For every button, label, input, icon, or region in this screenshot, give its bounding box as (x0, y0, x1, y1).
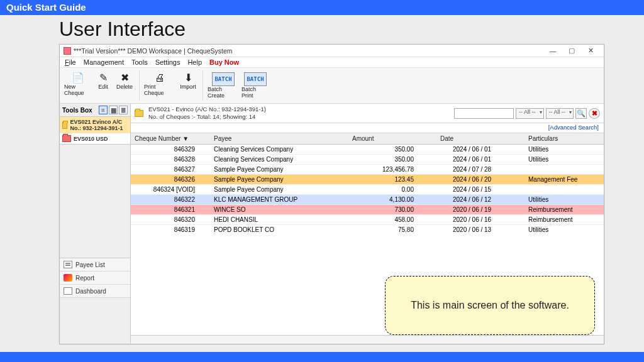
edit-icon: ✎ (99, 72, 108, 84)
report-icon (64, 274, 72, 282)
cell-date: 2024 / 06 / 12 (439, 196, 527, 203)
view-list-icon[interactable]: ≡ (99, 106, 108, 114)
account-label: EVS021 Evinco A/C No.: 932-1294-391-1 (70, 119, 128, 131)
search-button[interactable]: 🔍 (575, 108, 587, 119)
edit-button[interactable]: ✎Edit (94, 70, 113, 92)
menu-settings[interactable]: Settings (155, 58, 180, 66)
minimize-button[interactable]: — (543, 47, 562, 55)
cheque-table: Cheque Number ▼ Payee Amount Date Partic… (131, 133, 604, 234)
cell-date: 2024 / 06 / 01 (439, 156, 527, 163)
new-cheque-button[interactable]: 📄New Cheque (64, 70, 92, 98)
filter-2-combo[interactable]: -- All -- (546, 108, 574, 119)
new-cheque-icon: 📄 (72, 72, 84, 84)
nav-dashboard[interactable]: Dashboard (60, 285, 130, 298)
menu-tools[interactable]: Tools (131, 58, 148, 66)
view-grid-icon[interactable]: ▦ (109, 106, 118, 114)
tools-box-title: Tools Box (62, 107, 92, 114)
main-panel: EVS021 - Evinco (A/C No.: 932-1294-391-1… (131, 104, 604, 344)
filter-1-combo[interactable]: -- All -- (516, 108, 544, 119)
cell-amount: 458.00 (351, 216, 439, 223)
table-row[interactable]: 846326Sample Payee Company123.452024 / 0… (131, 175, 604, 185)
delete-button[interactable]: ✖Delete (114, 70, 135, 92)
toolbar: 📄New Cheque ✎Edit ✖Delete 🖨Print Cheque … (60, 68, 604, 104)
cell-particulars: Reimbursement (527, 206, 604, 213)
cell-amount: 0.00 (351, 186, 439, 193)
batch-print-button[interactable]: BATCHBatch Print (241, 70, 270, 101)
menu-help[interactable]: Help (187, 58, 202, 66)
menu-file[interactable]: File (65, 58, 76, 66)
delete-icon: ✖ (121, 72, 129, 84)
col-date[interactable]: Date (439, 135, 527, 142)
breadcrumb-account: EVS021 - Evinco (A/C No.: 932-1294-391-1… (148, 106, 454, 113)
payee-list-icon (64, 261, 72, 268)
guide-bottom-bar (0, 352, 644, 362)
cell-number: 846324 [VOID] (131, 186, 213, 193)
batch-create-button[interactable]: BATCHBatch Create (207, 70, 240, 101)
table-row[interactable]: 846319POPD BOOKLET CO75.802020 / 06 / 13… (131, 225, 604, 234)
cell-particulars: Utilities (527, 146, 604, 153)
cell-number: 846320 (131, 216, 213, 223)
page-heading: User Interface (0, 15, 644, 43)
batch-print-icon: BATCH (244, 72, 266, 86)
close-button[interactable]: ✕ (581, 47, 600, 55)
cell-particulars: Utilities (527, 156, 604, 163)
app-icon (64, 47, 71, 55)
menu-buy-now[interactable]: Buy Now (209, 58, 239, 66)
cell-amount: 123,456.78 (351, 166, 439, 173)
search-input[interactable] (454, 108, 514, 119)
cell-particulars: Utilities (527, 226, 604, 233)
cell-amount: 4,130.00 (351, 196, 439, 203)
folder-icon (135, 110, 143, 117)
advanced-search-link[interactable]: [Advanced Search] (548, 124, 599, 131)
maximize-button[interactable]: ▢ (562, 47, 581, 55)
search-icon: 🔍 (577, 109, 586, 118)
nav-report[interactable]: Report (60, 272, 130, 285)
clear-search-button[interactable]: ✖ (589, 108, 600, 119)
cell-number: 846326 (131, 176, 213, 183)
view-compact-icon[interactable]: ≣ (119, 106, 128, 114)
table-row[interactable]: 846322KLC MANAGEMENT GROUP4,130.002024 /… (131, 195, 604, 205)
cell-payee: WINCE SO (213, 206, 351, 213)
table-row[interactable]: 846327Sample Payee Company123,456.782024… (131, 165, 604, 175)
cell-number: 846322 (131, 196, 213, 203)
statusbar (131, 335, 604, 344)
cell-payee: KLC MANAGEMENT GROUP (213, 196, 351, 203)
cell-amount: 75.80 (351, 226, 439, 233)
annotation-callout: This is main screen of the software. (385, 276, 595, 335)
col-cheque-number[interactable]: Cheque Number ▼ (131, 135, 213, 142)
account-list: EVS021 Evinco A/C No.: 932-1294-391-1EVS… (60, 117, 130, 145)
breadcrumb-count: No. of Cheques :- Total: 14; Showing: 14 (148, 113, 454, 121)
cell-particulars: Reimbursement (527, 216, 604, 223)
folder-icon (62, 135, 71, 142)
account-item[interactable]: EVS010 USD (60, 133, 130, 144)
cell-amount: 350.00 (351, 156, 439, 163)
table-header: Cheque Number ▼ Payee Amount Date Partic… (131, 133, 604, 145)
table-row[interactable]: 846321WINCE SO730.002020 / 06 / 19Reimbu… (131, 205, 604, 215)
print-icon: 🖨 (155, 72, 165, 84)
nav-payee-list[interactable]: Payee List (60, 258, 130, 272)
cell-payee: POPD BOOKLET CO (213, 226, 351, 233)
cell-payee: Cleaning Services Company (213, 156, 351, 163)
batch-create-icon: BATCH (212, 72, 234, 86)
cell-payee: Sample Payee Company (213, 176, 351, 183)
table-row[interactable]: 846329Cleaning Services Company350.00202… (131, 145, 604, 155)
menu-management[interactable]: Management (84, 58, 124, 66)
window-title: ***Trial Version*** DEMO Workspace | Che… (74, 47, 233, 55)
app-window: ***Trial Version*** DEMO Workspace | Che… (59, 44, 604, 344)
cell-amount: 350.00 (351, 146, 439, 153)
cell-particulars: Utilities (527, 196, 604, 203)
guide-title-bar: Quick Start Guide (0, 0, 644, 15)
import-button[interactable]: ⬇Import (177, 70, 199, 92)
account-item[interactable]: EVS021 Evinco A/C No.: 932-1294-391-1 (60, 117, 130, 133)
cell-amount: 123.45 (351, 176, 439, 183)
col-amount[interactable]: Amount (351, 135, 439, 142)
table-row[interactable]: 846324 [VOID]Sample Payee Company0.00202… (131, 185, 604, 195)
col-particulars[interactable]: Particulars (527, 135, 604, 142)
col-payee[interactable]: Payee (213, 135, 351, 142)
dashboard-icon (64, 287, 72, 295)
print-cheque-button[interactable]: 🖨Print Cheque (143, 70, 176, 98)
cell-date: 2020 / 06 / 16 (439, 216, 527, 223)
table-row[interactable]: 846328Cleaning Services Company350.00202… (131, 155, 604, 165)
table-row[interactable]: 846320HEDI CHANSIL458.002020 / 06 / 16Re… (131, 215, 604, 225)
folder-icon (62, 122, 67, 129)
